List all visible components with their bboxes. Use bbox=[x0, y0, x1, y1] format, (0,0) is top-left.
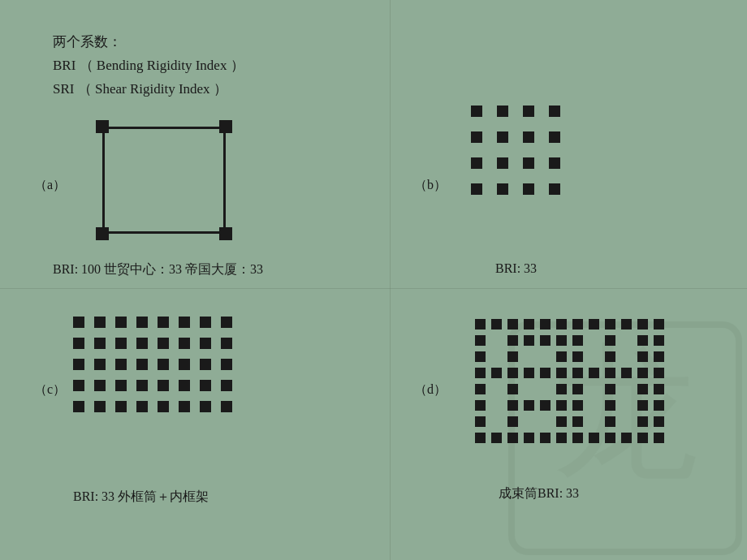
dot bbox=[179, 380, 190, 391]
dot bbox=[221, 338, 232, 349]
dot bbox=[73, 401, 84, 412]
dot bbox=[136, 359, 148, 370]
dot bbox=[115, 401, 127, 412]
svg-rect-35 bbox=[556, 368, 567, 378]
svg-rect-14 bbox=[475, 335, 486, 346]
svg-rect-61 bbox=[572, 416, 583, 427]
svg-rect-57 bbox=[654, 400, 664, 411]
svg-rect-25 bbox=[556, 351, 567, 362]
dot bbox=[73, 359, 84, 370]
dot bbox=[471, 183, 482, 195]
svg-rect-48 bbox=[654, 384, 664, 394]
svg-rect-71 bbox=[572, 433, 583, 443]
dot bbox=[94, 359, 106, 370]
svg-rect-10 bbox=[605, 319, 615, 330]
svg-rect-23 bbox=[475, 351, 486, 362]
dot bbox=[497, 106, 508, 117]
svg-rect-34 bbox=[540, 368, 551, 378]
svg-rect-43 bbox=[507, 384, 518, 394]
bri-label-d: 成束筒BRI: 33 bbox=[499, 485, 579, 502]
header-line1: 两个系数： bbox=[53, 31, 244, 54]
bri-label-b: BRI: 33 bbox=[495, 261, 537, 276]
dot bbox=[179, 359, 190, 370]
dot bbox=[549, 131, 560, 143]
svg-rect-31 bbox=[491, 368, 502, 378]
header-line2: BRI （ Bending Rigidity Index ） bbox=[53, 54, 244, 78]
dot bbox=[549, 183, 560, 195]
svg-rect-44 bbox=[556, 384, 567, 394]
dot bbox=[523, 131, 534, 143]
dot bbox=[158, 359, 169, 370]
dot bbox=[523, 157, 534, 169]
svg-rect-11 bbox=[621, 319, 632, 330]
dot bbox=[200, 401, 211, 412]
svg-rect-51 bbox=[524, 400, 534, 411]
dot bbox=[221, 380, 232, 391]
svg-rect-66 bbox=[491, 433, 502, 443]
corner-bl bbox=[96, 227, 109, 240]
svg-rect-29 bbox=[654, 351, 664, 362]
dot bbox=[179, 317, 190, 328]
dot bbox=[179, 401, 190, 412]
main-content: 龙 两个系数： BRI （ Bending Rigidity Index ） S… bbox=[0, 0, 747, 560]
svg-rect-37 bbox=[589, 368, 599, 378]
dot bbox=[115, 359, 127, 370]
svg-rect-5 bbox=[524, 319, 534, 330]
svg-rect-39 bbox=[621, 368, 632, 378]
svg-rect-28 bbox=[637, 351, 648, 362]
dot bbox=[221, 359, 232, 370]
svg-rect-45 bbox=[572, 384, 583, 394]
dot bbox=[158, 401, 169, 412]
header-line3: SRI （ Shear Rigidity Index ） bbox=[53, 78, 244, 101]
svg-rect-76 bbox=[654, 433, 664, 443]
svg-rect-40 bbox=[637, 368, 648, 378]
dot bbox=[73, 380, 84, 391]
svg-rect-4 bbox=[507, 319, 518, 330]
dot bbox=[115, 338, 127, 349]
diagram-c-label: （c） bbox=[34, 381, 66, 398]
dot bbox=[497, 183, 508, 195]
svg-rect-54 bbox=[572, 400, 583, 411]
svg-rect-8 bbox=[572, 319, 583, 330]
svg-rect-24 bbox=[507, 351, 518, 362]
svg-rect-22 bbox=[654, 335, 664, 346]
svg-rect-20 bbox=[605, 335, 615, 346]
dot bbox=[136, 380, 148, 391]
dot bbox=[497, 157, 508, 169]
svg-rect-26 bbox=[572, 351, 583, 362]
diagram-b-label: （b） bbox=[414, 177, 447, 194]
svg-rect-58 bbox=[475, 416, 486, 427]
dot bbox=[549, 106, 560, 117]
dot bbox=[73, 338, 84, 349]
svg-rect-3 bbox=[491, 319, 502, 330]
diagram-d-svg bbox=[471, 315, 666, 473]
dot bbox=[158, 338, 169, 349]
dot bbox=[158, 380, 169, 391]
diagram-b bbox=[471, 106, 563, 198]
svg-rect-19 bbox=[572, 335, 583, 346]
svg-rect-36 bbox=[572, 368, 583, 378]
diagram-d-label: （d） bbox=[414, 381, 447, 398]
bri-label-a: BRI: 100 世贸中心：33 帝国大厦：33 bbox=[53, 261, 263, 278]
dot bbox=[497, 131, 508, 143]
svg-rect-46 bbox=[605, 384, 615, 394]
dot bbox=[136, 401, 148, 412]
dot bbox=[115, 380, 127, 391]
dot bbox=[73, 317, 84, 328]
svg-rect-70 bbox=[556, 433, 567, 443]
diagram-a-border bbox=[102, 127, 226, 234]
svg-rect-56 bbox=[637, 400, 648, 411]
diagram-a bbox=[96, 120, 232, 240]
dot bbox=[221, 317, 232, 328]
dot bbox=[94, 401, 106, 412]
svg-rect-12 bbox=[637, 319, 648, 330]
corner-tl bbox=[96, 120, 109, 133]
svg-rect-55 bbox=[605, 400, 615, 411]
dot bbox=[94, 380, 106, 391]
dot bbox=[471, 157, 482, 169]
svg-rect-41 bbox=[654, 368, 664, 378]
svg-rect-9 bbox=[589, 319, 599, 330]
svg-rect-15 bbox=[507, 335, 518, 346]
dot bbox=[471, 131, 482, 143]
dot bbox=[549, 157, 560, 169]
